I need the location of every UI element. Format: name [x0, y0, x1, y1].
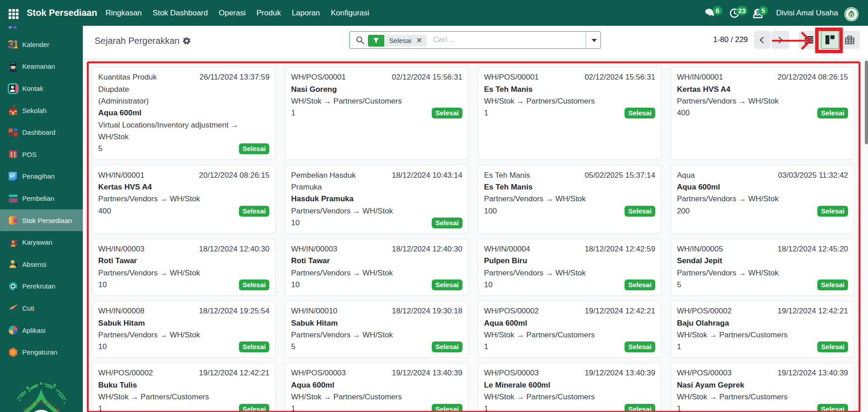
svg-text:N: N: [55, 407, 61, 412]
svg-text:A: A: [41, 399, 44, 405]
svg-text:$: $: [11, 174, 14, 179]
